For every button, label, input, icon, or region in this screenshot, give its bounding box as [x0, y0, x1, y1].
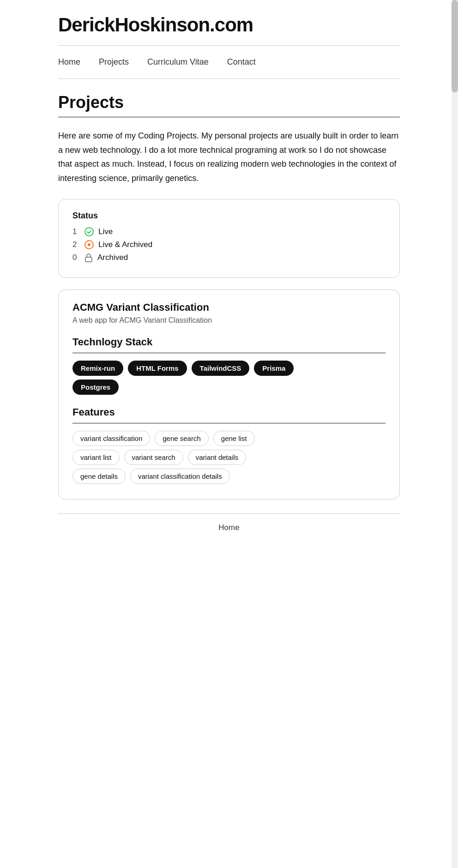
status-count-archived: 0 — [72, 253, 80, 262]
status-card: Status 1 Live 2 Live & — [58, 199, 400, 278]
tech-stack-divider — [72, 353, 386, 353]
tag-gene-list: gene list — [213, 431, 255, 446]
tag-html-forms: HTML Forms — [128, 361, 187, 376]
project-card-acmg: ACMG Variant Classification A web app fo… — [58, 289, 400, 500]
nav-contact[interactable]: Contact — [227, 57, 256, 67]
status-label-live-archived: Live & Archived — [98, 240, 152, 249]
project-subtitle: A web app for ACMG Variant Classificatio… — [72, 316, 386, 325]
features-tags-row1: variant classification gene search gene … — [72, 431, 386, 446]
tag-variant-list: variant list — [72, 450, 120, 465]
status-count-live-archived: 2 — [72, 240, 80, 249]
tag-variant-classification: variant classification — [72, 431, 150, 446]
lock-icon — [84, 253, 93, 262]
status-label-archived: Archived — [97, 253, 128, 262]
nav-projects[interactable]: Projects — [99, 57, 129, 67]
features-tags-row2: variant list variant search variant deta… — [72, 450, 386, 465]
footer[interactable]: Home — [58, 513, 400, 546]
project-title: ACMG Variant Classification — [72, 301, 386, 313]
page-description: Here are some of my Coding Projects. My … — [58, 129, 400, 185]
tech-stack-tags: Remix-run HTML Forms TailwindCSS Prisma — [72, 361, 386, 376]
site-title: DerickHoskinson.com — [58, 0, 400, 45]
tag-variant-classification-details: variant classification details — [130, 469, 230, 484]
page-heading: Projects — [58, 79, 400, 117]
status-card-title: Status — [72, 211, 386, 221]
tag-remix-run: Remix-run — [72, 361, 123, 376]
features-tags-row3: gene details variant classification deta… — [72, 469, 386, 484]
nav-home[interactable]: Home — [58, 57, 80, 67]
svg-point-0 — [85, 228, 93, 236]
features-divider — [72, 423, 386, 423]
features-heading: Features — [72, 406, 386, 418]
status-row-archived: 0 Archived — [72, 253, 386, 262]
svg-point-2 — [88, 243, 90, 246]
tag-postgres: Postgres — [72, 380, 119, 395]
circle-dot-icon — [84, 240, 94, 249]
nav-cv[interactable]: Curriculum Vitae — [147, 57, 209, 67]
features-section: Features variant classification gene sea… — [72, 406, 386, 484]
svg-rect-3 — [85, 257, 92, 262]
tag-gene-search: gene search — [155, 431, 209, 446]
status-row-live: 1 Live — [72, 227, 386, 236]
tag-gene-details: gene details — [72, 469, 126, 484]
main-nav: Home Projects Curriculum Vitae Contact — [58, 46, 400, 79]
check-circle-icon — [84, 227, 94, 236]
tag-variant-search: variant search — [124, 450, 183, 465]
tech-stack-tags-row2: Postgres — [72, 380, 386, 395]
status-row-live-archived: 2 Live & Archived — [72, 240, 386, 249]
status-label-live: Live — [98, 227, 113, 236]
heading-divider — [58, 117, 400, 117]
tag-prisma: Prisma — [254, 361, 294, 376]
tech-stack-heading: Technlogy Stack — [72, 336, 386, 348]
tag-tailwindcss: TailwindCSS — [192, 361, 250, 376]
status-count-live: 1 — [72, 227, 80, 236]
tag-variant-details: variant details — [188, 450, 247, 465]
